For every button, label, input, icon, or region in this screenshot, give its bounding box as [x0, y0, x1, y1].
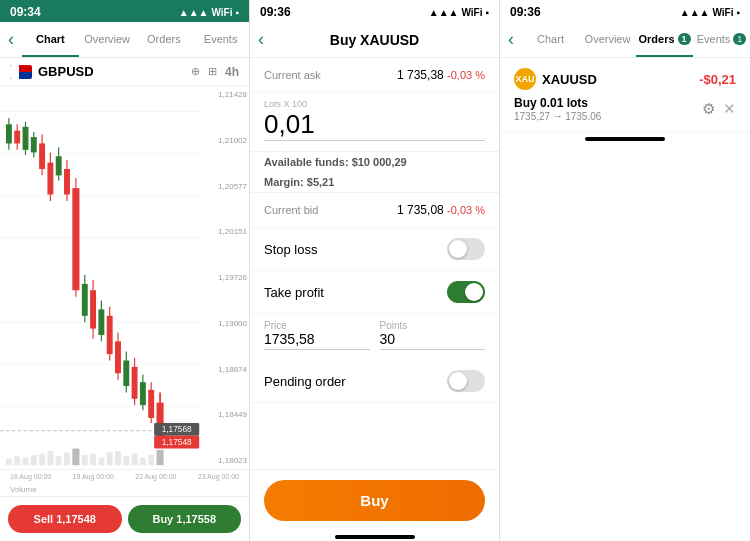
svg-rect-59: [72, 449, 79, 466]
buy-time: 09:36: [260, 5, 291, 19]
sell-button[interactable]: Sell 1,17548: [8, 505, 122, 533]
svg-rect-62: [98, 458, 104, 466]
price-value[interactable]: 1735,58: [264, 331, 370, 350]
crosshair-icon[interactable]: ⊕: [191, 65, 200, 78]
svg-rect-65: [123, 456, 129, 465]
svg-text:1,17548: 1,17548: [162, 436, 192, 446]
chart-footer: Sell 1,17548 Buy 1,17558: [0, 496, 249, 541]
order-item: XAU XAUUSD -$0,21 Buy 0.01 lots 1735,27 …: [500, 58, 750, 133]
current-ask-value: 1 735,38 -0,03 %: [397, 68, 485, 82]
svg-rect-67: [140, 458, 146, 466]
chart-tabs: Chart Overview Orders Events: [22, 22, 249, 57]
wifi-icon: WiFi: [712, 7, 733, 18]
chart-area: 1,21428 1,21002 1,20577 1,20151 1,19726 …: [0, 86, 249, 469]
home-indicator: [335, 535, 415, 539]
svg-rect-66: [132, 454, 138, 465]
order-price-range: 1735,27 → 1735.06: [514, 110, 601, 122]
chart-status-bar: 09:34 ▲▲▲ WiFi ▪: [0, 0, 249, 22]
home-indicator-orders: [585, 137, 665, 141]
price-points-row: Price 1735,58 Points 30: [250, 314, 499, 360]
chart-nav: ‹ Chart Overview Orders Events: [0, 22, 249, 58]
chart-back-button[interactable]: ‹: [0, 29, 22, 50]
orders-badge: 1: [678, 33, 691, 45]
pending-order-row: Pending order: [250, 360, 499, 403]
order-lots: Buy 0.01 lots: [514, 96, 601, 110]
xau-icon: XAU: [514, 68, 536, 90]
wifi-icon: WiFi: [461, 7, 482, 18]
available-funds-row: Available funds: $10 000,29: [250, 152, 499, 172]
svg-text:1,17568: 1,17568: [162, 424, 192, 434]
lots-section: Lots X 100 0,01: [250, 93, 499, 152]
svg-rect-53: [23, 458, 29, 466]
svg-rect-52: [14, 456, 20, 465]
events-badge: 1: [733, 33, 746, 45]
buy-header: ‹ Buy XAUUSD: [250, 22, 499, 58]
orders-tab-orders[interactable]: Orders 1: [636, 22, 693, 57]
orders-tab-events[interactable]: Events 1: [693, 22, 750, 57]
battery-icon: ▪: [235, 7, 239, 18]
svg-rect-64: [115, 451, 121, 465]
signal-icon: ▲▲▲: [429, 7, 459, 18]
volume-label: Volume: [0, 483, 249, 496]
tab-orders[interactable]: Orders: [136, 22, 193, 57]
price-label: Price: [264, 320, 370, 331]
tab-events[interactable]: Events: [192, 22, 249, 57]
orders-back-button[interactable]: ‹: [500, 29, 522, 50]
wifi-icon: WiFi: [211, 7, 232, 18]
orders-tab-chart[interactable]: Chart: [522, 22, 579, 57]
chart-panel: 09:34 ▲▲▲ WiFi ▪ ‹ Chart Overview Orders…: [0, 0, 250, 541]
candle-icon[interactable]: ⊞: [208, 65, 217, 78]
pending-order-toggle[interactable]: [447, 370, 485, 392]
svg-rect-57: [56, 456, 62, 465]
take-profit-row: Take profit: [250, 271, 499, 314]
chart-time: 09:34: [10, 5, 41, 19]
orders-tabs: Chart Overview Orders 1 Events 1: [522, 22, 750, 57]
points-label: Points: [380, 320, 486, 331]
orders-tab-overview[interactable]: Overview: [579, 22, 636, 57]
close-order-icon[interactable]: ✕: [723, 100, 736, 118]
tab-overview[interactable]: Overview: [79, 22, 136, 57]
orders-nav: ‹ Chart Overview Orders 1 Events 1: [500, 22, 750, 58]
buy-action-button[interactable]: Buy: [264, 480, 485, 521]
current-ask-row: Current ask 1 735,38 -0,03 %: [250, 58, 499, 93]
svg-rect-54: [31, 455, 37, 465]
timeframe-selector[interactable]: 4h: [225, 65, 239, 79]
buy-content: Current ask 1 735,38 -0,03 % Lots X 100 …: [250, 58, 499, 469]
price-labels: 1,21428 1,21002 1,20577 1,20151 1,19726 …: [218, 86, 247, 469]
stop-loss-row: Stop loss: [250, 228, 499, 271]
current-ask-label: Current ask: [264, 69, 321, 81]
buy-back-button[interactable]: ‹: [258, 29, 264, 50]
orders-time: 09:36: [510, 5, 541, 19]
order-symbol-name: XAUUSD: [542, 72, 597, 87]
settings-icon[interactable]: ⚙: [702, 100, 715, 118]
price-col: Price 1735,58: [264, 320, 370, 350]
buy-button[interactable]: Buy 1,17558: [128, 505, 242, 533]
signal-icon: ▲▲▲: [179, 7, 209, 18]
points-value[interactable]: 30: [380, 331, 486, 350]
buy-title: Buy XAUUSD: [330, 32, 419, 48]
take-profit-label: Take profit: [264, 285, 324, 300]
stop-loss-toggle[interactable]: [447, 238, 485, 260]
svg-rect-61: [90, 454, 96, 465]
buy-footer: Buy: [250, 469, 499, 531]
chart-symbol: GBPUSD: [10, 64, 94, 79]
order-actions: ⚙ ✕: [702, 100, 736, 118]
svg-rect-55: [39, 454, 45, 465]
stop-loss-label: Stop loss: [264, 242, 317, 257]
current-bid-row: Current bid 1 735,08 -0,03 %: [250, 193, 499, 228]
chart-header: GBPUSD ⊕ ⊞ 4h: [0, 58, 249, 86]
lots-value[interactable]: 0,01: [264, 109, 485, 141]
buy-status-icons: ▲▲▲ WiFi ▪: [429, 7, 489, 18]
lots-label: Lots X 100: [264, 99, 485, 109]
svg-rect-60: [82, 455, 88, 465]
svg-rect-58: [64, 452, 70, 465]
current-bid-label: Current bid: [264, 204, 318, 216]
orders-panel: 09:36 ▲▲▲ WiFi ▪ ‹ Chart Overview Orders…: [500, 0, 750, 541]
current-bid-value: 1 735,08 -0,03 %: [397, 203, 485, 217]
svg-rect-51: [6, 459, 12, 465]
tab-chart[interactable]: Chart: [22, 22, 79, 57]
orders-status-icons: ▲▲▲ WiFi ▪: [680, 7, 740, 18]
take-profit-toggle[interactable]: [447, 281, 485, 303]
pending-order-label: Pending order: [264, 374, 346, 389]
margin-row: Margin: $5,21: [250, 172, 499, 192]
